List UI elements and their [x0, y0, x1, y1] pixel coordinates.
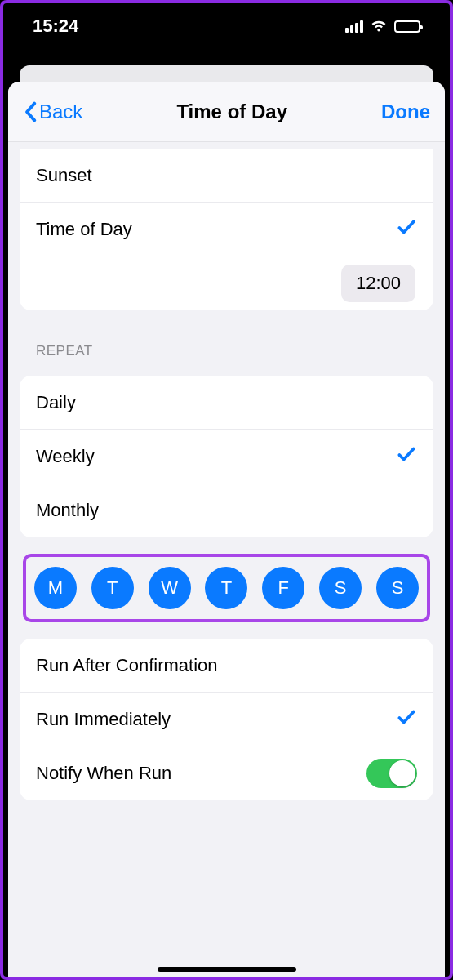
row-run-after-confirmation[interactable]: Run After Confirmation	[20, 639, 433, 693]
row-sunset[interactable]: Sunset	[20, 149, 433, 203]
status-bar: 15:24	[3, 3, 450, 49]
checkmark-icon	[396, 706, 417, 733]
row-label: Daily	[36, 392, 76, 413]
day-friday[interactable]: F	[262, 567, 304, 609]
day-sunday[interactable]: S	[376, 567, 419, 609]
repeat-header: REPEAT	[8, 320, 445, 366]
chevron-left-icon	[23, 101, 38, 122]
time-picker-chip[interactable]: 12:00	[341, 265, 415, 302]
day-thursday[interactable]: T	[205, 567, 247, 609]
row-label: Run After Confirmation	[36, 655, 218, 676]
row-weekly[interactable]: Weekly	[20, 430, 433, 483]
day-wednesday[interactable]: W	[149, 567, 191, 609]
row-label: Run Immediately	[36, 709, 171, 730]
row-run-immediately[interactable]: Run Immediately	[20, 693, 433, 746]
cellular-icon	[345, 20, 363, 33]
day-saturday[interactable]: S	[319, 567, 362, 609]
row-label: Sunset	[36, 165, 92, 186]
background-card	[20, 65, 433, 82]
content: Sunset Time of Day 12:00 REPEAT Daily We…	[8, 149, 445, 800]
wifi-icon	[370, 20, 388, 33]
toggle-knob	[389, 760, 415, 786]
checkmark-icon	[396, 216, 417, 243]
status-time: 15:24	[33, 16, 78, 37]
row-time-of-day[interactable]: Time of Day	[20, 203, 433, 256]
row-label: Weekly	[36, 446, 95, 467]
day-picker: M T W T F S S	[23, 554, 430, 622]
time-value: 12:00	[356, 273, 401, 293]
repeat-group: Daily Weekly Monthly	[20, 376, 433, 537]
home-indicator[interactable]	[158, 967, 296, 972]
row-label: Notify When Run	[36, 763, 171, 784]
row-monthly[interactable]: Monthly	[20, 483, 433, 537]
day-monday[interactable]: M	[34, 567, 77, 609]
run-group: Run After Confirmation Run Immediately N…	[20, 639, 433, 800]
trigger-group: Sunset Time of Day 12:00	[20, 149, 433, 310]
status-icons	[345, 20, 420, 33]
row-time-picker: 12:00	[20, 256, 433, 310]
day-tuesday[interactable]: T	[91, 567, 134, 609]
checkmark-icon	[396, 443, 417, 470]
row-notify-when-run: Notify When Run	[20, 746, 433, 800]
row-label: Monthly	[36, 500, 99, 521]
back-label: Back	[39, 100, 82, 123]
back-button[interactable]: Back	[23, 100, 82, 123]
done-button[interactable]: Done	[381, 100, 430, 123]
notify-toggle[interactable]	[366, 759, 417, 788]
row-daily[interactable]: Daily	[20, 376, 433, 430]
row-label: Time of Day	[36, 219, 132, 240]
battery-icon	[394, 20, 420, 33]
page-title: Time of Day	[176, 100, 287, 123]
navbar: Back Time of Day Done	[8, 82, 445, 142]
modal-sheet: Back Time of Day Done Sunset Time of Day…	[8, 82, 445, 980]
